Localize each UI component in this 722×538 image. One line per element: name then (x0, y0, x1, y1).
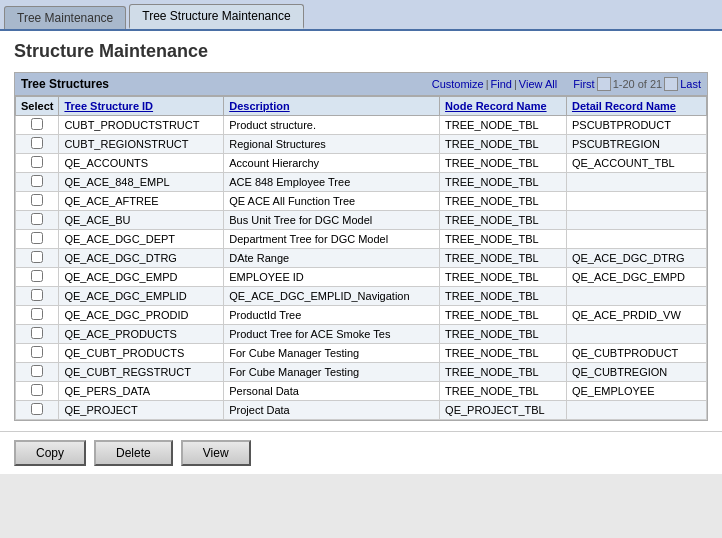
cell-node-record-name: TREE_NODE_TBL (440, 154, 567, 173)
row-checkbox[interactable] (31, 118, 43, 130)
cell-tree-structure-id: QE_PROJECT (59, 401, 224, 420)
table-row: QE_ACE_BU Bus Unit Tree for DGC Model TR… (16, 211, 707, 230)
cell-tree-structure-id: QE_PERS_DATA (59, 382, 224, 401)
cell-tree-structure-id: QE_ACE_DGC_PRODID (59, 306, 224, 325)
page-content: Structure Maintenance Tree Structures Cu… (0, 31, 722, 431)
cell-tree-structure-id: QE_ACE_848_EMPL (59, 173, 224, 192)
cell-description: Regional Structures (224, 135, 440, 154)
cell-detail-record-name: QE_ACE_DGC_DTRG (566, 249, 706, 268)
row-checkbox[interactable] (31, 384, 43, 396)
cell-description: Bus Unit Tree for DGC Model (224, 211, 440, 230)
cell-detail-record-name (566, 401, 706, 420)
row-checkbox-cell (16, 211, 59, 230)
row-checkbox-cell (16, 116, 59, 135)
row-checkbox[interactable] (31, 289, 43, 301)
row-checkbox[interactable] (31, 194, 43, 206)
cell-node-record-name: TREE_NODE_TBL (440, 249, 567, 268)
cell-node-record-name: TREE_NODE_TBL (440, 344, 567, 363)
table-row: QE_ACE_DGC_EMPD EMPLOYEE ID TREE_NODE_TB… (16, 268, 707, 287)
delete-button[interactable]: Delete (94, 440, 173, 466)
row-checkbox-cell (16, 363, 59, 382)
cell-detail-record-name (566, 173, 706, 192)
cell-description: For Cube Manager Testing (224, 363, 440, 382)
last-link[interactable]: Last (680, 78, 701, 90)
copy-button[interactable]: Copy (14, 440, 86, 466)
cell-description: QE_ACE_DGC_EMPLID_Navigation (224, 287, 440, 306)
cell-tree-structure-id: QE_CUBT_PRODUCTS (59, 344, 224, 363)
cell-detail-record-name: QE_CUBTREGION (566, 363, 706, 382)
col-detail-record-name[interactable]: Detail Record Name (566, 97, 706, 116)
row-checkbox[interactable] (31, 403, 43, 415)
cell-description: Project Data (224, 401, 440, 420)
row-checkbox[interactable] (31, 137, 43, 149)
col-node-record-name[interactable]: Node Record Name (440, 97, 567, 116)
row-checkbox-cell (16, 306, 59, 325)
table-row: QE_ACE_DGC_EMPLID QE_ACE_DGC_EMPLID_Navi… (16, 287, 707, 306)
cell-node-record-name: TREE_NODE_TBL (440, 363, 567, 382)
tab-tree-structure-maintenance[interactable]: Tree Structure Maintenance (129, 4, 303, 29)
cell-detail-record-name (566, 287, 706, 306)
cell-node-record-name: TREE_NODE_TBL (440, 268, 567, 287)
row-checkbox-cell (16, 382, 59, 401)
cell-node-record-name: TREE_NODE_TBL (440, 306, 567, 325)
cell-description: EMPLOYEE ID (224, 268, 440, 287)
view-button[interactable]: View (181, 440, 251, 466)
tree-structures-table: Select Tree Structure ID Description Nod… (15, 96, 707, 420)
cell-detail-record-name (566, 325, 706, 344)
table-row: QE_PROJECT Project Data QE_PROJECT_TBL (16, 401, 707, 420)
cell-tree-structure-id: QE_ACE_DGC_EMPLID (59, 287, 224, 306)
row-checkbox[interactable] (31, 308, 43, 320)
prev-icon (597, 77, 611, 91)
cell-description: QE ACE All Function Tree (224, 192, 440, 211)
row-checkbox[interactable] (31, 270, 43, 282)
table-row: QE_ACE_DGC_PRODID ProductId Tree TREE_NO… (16, 306, 707, 325)
table-row: CUBT_PRODUCTSTRUCT Product structure. TR… (16, 116, 707, 135)
cell-description: For Cube Manager Testing (224, 344, 440, 363)
table-row: QE_ACCOUNTS Account Hierarchy TREE_NODE_… (16, 154, 707, 173)
row-checkbox[interactable] (31, 232, 43, 244)
cell-tree-structure-id: CUBT_REGIONSTRUCT (59, 135, 224, 154)
row-checkbox-cell (16, 173, 59, 192)
row-checkbox-cell (16, 230, 59, 249)
tab-tree-maintenance[interactable]: Tree Maintenance (4, 6, 126, 29)
row-checkbox-cell (16, 192, 59, 211)
row-checkbox[interactable] (31, 327, 43, 339)
cell-description: DAte Range (224, 249, 440, 268)
cell-detail-record-name: QE_ACE_DGC_EMPD (566, 268, 706, 287)
row-checkbox[interactable] (31, 346, 43, 358)
cell-tree-structure-id: QE_CUBT_REGSTRUCT (59, 363, 224, 382)
table-row: QE_CUBT_PRODUCTS For Cube Manager Testin… (16, 344, 707, 363)
table-row: QE_ACE_PRODUCTS Product Tree for ACE Smo… (16, 325, 707, 344)
cell-detail-record-name: PSCUBTPRODUCT (566, 116, 706, 135)
row-checkbox[interactable] (31, 365, 43, 377)
row-checkbox[interactable] (31, 251, 43, 263)
col-tree-structure-id[interactable]: Tree Structure ID (59, 97, 224, 116)
row-checkbox-cell (16, 401, 59, 420)
tree-structures-section: Tree Structures Customize | Find | View … (14, 72, 708, 421)
table-header: Select Tree Structure ID Description Nod… (16, 97, 707, 116)
first-link[interactable]: First (573, 78, 594, 90)
row-checkbox[interactable] (31, 213, 43, 225)
find-link[interactable]: Find (491, 78, 512, 90)
cell-detail-record-name: PSCUBTREGION (566, 135, 706, 154)
table-row: QE_ACE_DGC_DEPT Department Tree for DGC … (16, 230, 707, 249)
cell-description: Department Tree for DGC Model (224, 230, 440, 249)
cell-node-record-name: QE_PROJECT_TBL (440, 401, 567, 420)
cell-description: Product structure. (224, 116, 440, 135)
customize-link[interactable]: Customize (432, 78, 484, 90)
row-checkbox[interactable] (31, 156, 43, 168)
table-row: QE_PERS_DATA Personal Data TREE_NODE_TBL… (16, 382, 707, 401)
cell-tree-structure-id: QE_ACE_BU (59, 211, 224, 230)
cell-tree-structure-id: QE_ACE_DGC_DEPT (59, 230, 224, 249)
table-row: QE_ACE_DGC_DTRG DAte Range TREE_NODE_TBL… (16, 249, 707, 268)
row-checkbox-cell (16, 154, 59, 173)
row-checkbox[interactable] (31, 175, 43, 187)
cell-detail-record-name (566, 230, 706, 249)
col-description[interactable]: Description (224, 97, 440, 116)
cell-node-record-name: TREE_NODE_TBL (440, 192, 567, 211)
row-checkbox-cell (16, 287, 59, 306)
cell-description: Account Hierarchy (224, 154, 440, 173)
table-row: QE_ACE_AFTREE QE ACE All Function Tree T… (16, 192, 707, 211)
view-all-link[interactable]: View All (519, 78, 557, 90)
cell-tree-structure-id: QE_ACCOUNTS (59, 154, 224, 173)
